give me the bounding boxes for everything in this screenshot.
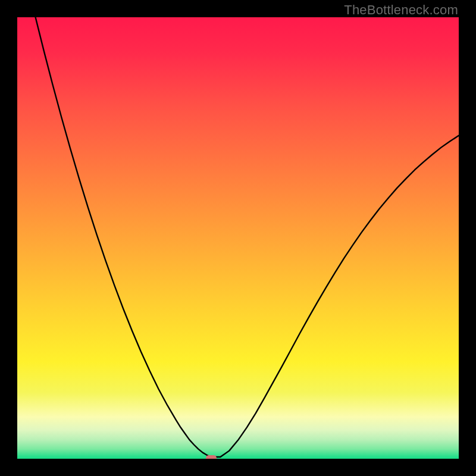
- chart-frame: TheBottleneck.com: [0, 0, 476, 476]
- plot-area: [17, 17, 459, 459]
- attribution-label: TheBottleneck.com: [344, 2, 458, 18]
- svg-rect-0: [17, 17, 459, 459]
- optimal-point-marker: [206, 455, 217, 459]
- heatmap-gradient: [17, 17, 459, 459]
